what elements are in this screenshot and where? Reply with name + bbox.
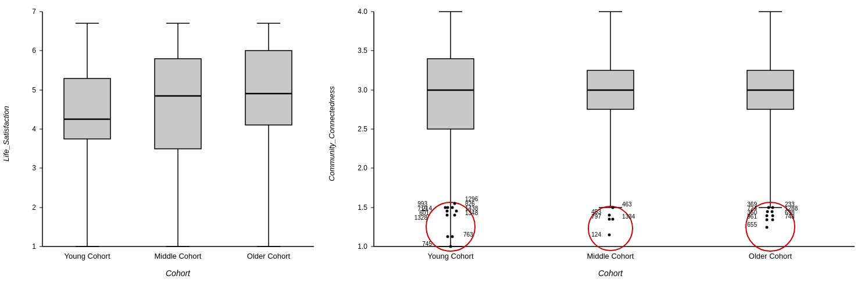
left-x-axis-label: Cohort (166, 269, 191, 278)
outlier-label-655: 655 (747, 221, 757, 228)
outlier-label-763: 763 (463, 231, 473, 238)
outlier-label-1348: 1348 (465, 210, 478, 216)
middle-outlier-dot (608, 218, 611, 221)
right-outlier-dot (451, 206, 454, 209)
left-xlabel-older: Older Cohort (247, 252, 291, 260)
older-outlier-dot (766, 219, 769, 221)
outlier-label-1296: 1296 (465, 196, 478, 202)
older-outlier-dot (766, 215, 769, 217)
young-cohort-box-right (427, 59, 474, 129)
left-y-axis-label: Life_Satisfaction (2, 106, 10, 161)
right-outlier-dot (446, 235, 449, 238)
right-outlier-dot (446, 214, 449, 217)
middle-outlier-dot (608, 214, 611, 217)
right-chart-svg: Community_Connectedness 4.0 3.5 3.0 2.5 … (326, 0, 868, 293)
young-cohort-box-left (64, 78, 110, 139)
outlier-label-961: 961 (747, 213, 757, 220)
older-outlier-dot (771, 219, 774, 221)
older-outlier-dot (766, 210, 769, 213)
right-xlabel-older: Older Cohort (749, 252, 792, 260)
outlier-label-748: 748 (785, 213, 795, 220)
left-ytick-1: 1 (32, 242, 36, 251)
right-outlier-dot (455, 210, 458, 213)
left-xlabel-middle: Middle Cohort (155, 252, 202, 260)
left-chart-svg: Life_Satisfaction 7 6 5 4 3 2 1 (0, 0, 326, 293)
charts-container: Life_Satisfaction 7 6 5 4 3 2 1 (0, 0, 868, 293)
middle-cohort-box-left (155, 59, 201, 149)
older-outlier-dot (767, 206, 770, 209)
middle-outlier-dot (608, 234, 611, 237)
right-ytick-35: 3.5 (358, 47, 367, 55)
older-cohort-box-left (245, 51, 292, 125)
left-ytick-2: 2 (32, 203, 36, 212)
left-chart-panel: Life_Satisfaction 7 6 5 4 3 2 1 (0, 0, 326, 293)
older-outlier-dot (771, 206, 774, 209)
outlier-label-463: 463 (622, 201, 632, 208)
right-xlabel-middle: Middle Cohort (587, 252, 634, 260)
right-outlier-dot (449, 245, 452, 248)
outlier-label-797: 797 (591, 213, 601, 220)
left-xlabel-young: Young Cohort (64, 252, 110, 260)
left-ytick-3: 3 (32, 164, 36, 172)
left-ytick-4: 4 (32, 125, 36, 133)
middle-outlier-dot (612, 218, 615, 221)
right-y-axis-label: Community_Connectedness (327, 86, 336, 181)
outlier-label-1334: 1334 (622, 213, 635, 220)
right-outlier-dot (446, 210, 449, 213)
outlier-label-124: 124 (591, 231, 601, 238)
right-chart-panel: Community_Connectedness 4.0 3.5 3.0 2.5 … (326, 0, 868, 293)
middle-outlier-dot (612, 206, 615, 209)
left-ytick-6: 6 (32, 47, 36, 55)
right-outlier-dot (451, 235, 454, 238)
right-ytick-40: 4.0 (358, 8, 367, 16)
right-x-axis-label: Cohort (598, 269, 623, 278)
older-outlier-dot (771, 210, 774, 213)
outlier-label-1328: 1328 (415, 215, 428, 221)
right-ytick-30: 3.0 (358, 86, 367, 94)
outlier-label-745: 745 (422, 241, 432, 247)
right-ytick-15: 1.5 (358, 203, 367, 212)
right-ytick-25: 2.5 (358, 125, 367, 133)
older-outlier-dot (771, 215, 774, 217)
right-outlier-dot (453, 214, 456, 217)
right-outlier-dot (453, 202, 456, 205)
left-ytick-7: 7 (32, 8, 36, 16)
right-ytick-20: 2.0 (358, 164, 367, 172)
older-outlier-dot (766, 226, 769, 229)
right-ytick-10: 1.0 (358, 242, 367, 251)
right-xlabel-young: Young Cohort (427, 252, 473, 260)
right-outlier-dot (444, 206, 447, 209)
left-ytick-5: 5 (32, 86, 36, 94)
